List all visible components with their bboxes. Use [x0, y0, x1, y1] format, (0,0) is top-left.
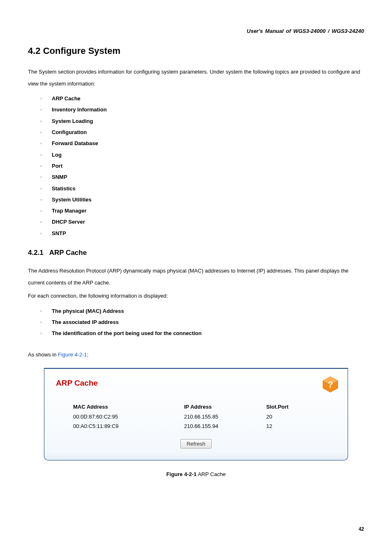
list-item: The physical (MAC) Address: [52, 305, 364, 317]
col-header-slot: Slot.Port: [266, 402, 316, 412]
intro-paragraph: The System section provides information …: [28, 66, 364, 90]
table-header-row: MAC Address IP Address Slot.Port: [73, 402, 336, 412]
col-header-mac: MAC Address: [73, 402, 184, 412]
list-item: Configuration: [52, 127, 364, 138]
list-item: System Loading: [52, 116, 364, 127]
list-item: ARP Cache: [52, 93, 364, 104]
list-item: Inventory Information: [52, 104, 364, 115]
list-item: SNMP: [52, 171, 364, 183]
page-header: User's Manual of WGS3-24000 / WGS3-24240: [28, 28, 364, 34]
help-icon[interactable]: ?: [322, 376, 339, 393]
table-row: 00:0D:87:60:C2:95 210.66.155.85 20: [73, 412, 336, 421]
panel-title: ARP Cache: [56, 379, 336, 388]
list-item: SNTP: [52, 228, 364, 239]
subsection-heading: 4.2.1ARP Cache: [28, 249, 364, 257]
list-item: Port: [52, 160, 364, 171]
page-number: 42: [359, 526, 364, 532]
as-shows-prefix: As shows in: [28, 352, 58, 358]
as-shows-line: As shows in Figure 4-2-1:: [28, 349, 364, 361]
arp-table: MAC Address IP Address Slot.Port 00:0D:8…: [56, 402, 336, 430]
topic-list: ARP Cache Inventory Information System L…: [28, 93, 364, 239]
cell-mac: 00:A0:C5:11:89:C9: [73, 422, 184, 431]
svg-text:?: ?: [327, 379, 333, 390]
list-item: System Utilities: [52, 194, 364, 205]
refresh-button[interactable]: Refresh: [180, 439, 212, 449]
figure-link[interactable]: Figure 4-2-1: [58, 352, 87, 358]
figure-caption-text: ARP Cache: [197, 471, 226, 477]
list-item: Statistics: [52, 183, 364, 194]
cell-slot: 12: [266, 422, 316, 431]
arp-field-list: The physical (MAC) Address The associate…: [28, 305, 364, 339]
cell-ip: 210.66.155.94: [184, 422, 266, 431]
subsection-title: ARP Cache: [49, 249, 87, 257]
list-item: Log: [52, 149, 364, 160]
subsection-number: 4.2.1: [28, 249, 44, 257]
list-item: Forward Database: [52, 138, 364, 149]
table-row: 00:A0:C5:11:89:C9 210.66.155.94 12: [73, 422, 336, 431]
cell-slot: 20: [266, 412, 316, 421]
list-item: DHCP Server: [52, 216, 364, 227]
figure-caption-number: Figure 4-2-1: [166, 471, 197, 477]
list-item: Trap Manager: [52, 205, 364, 216]
figure-caption: Figure 4-2-1 ARP Cache: [28, 471, 364, 477]
arp-intro-paragraph: The Address Resolution Protocol (ARP) dy…: [28, 265, 364, 289]
arp-each-paragraph: For each connection, the following infor…: [28, 290, 364, 302]
cell-ip: 210.66.155.85: [184, 412, 266, 421]
as-shows-suffix: :: [87, 352, 89, 358]
section-heading: 4.2 Configure System: [28, 46, 364, 56]
arp-cache-panel: ? ARP Cache MAC Address IP Address Slot.…: [44, 368, 348, 460]
list-item: The identification of the port being use…: [52, 328, 364, 339]
cell-mac: 00:0D:87:60:C2:95: [73, 412, 184, 421]
col-header-ip: IP Address: [184, 402, 266, 412]
list-item: The associated IP address: [52, 317, 364, 328]
